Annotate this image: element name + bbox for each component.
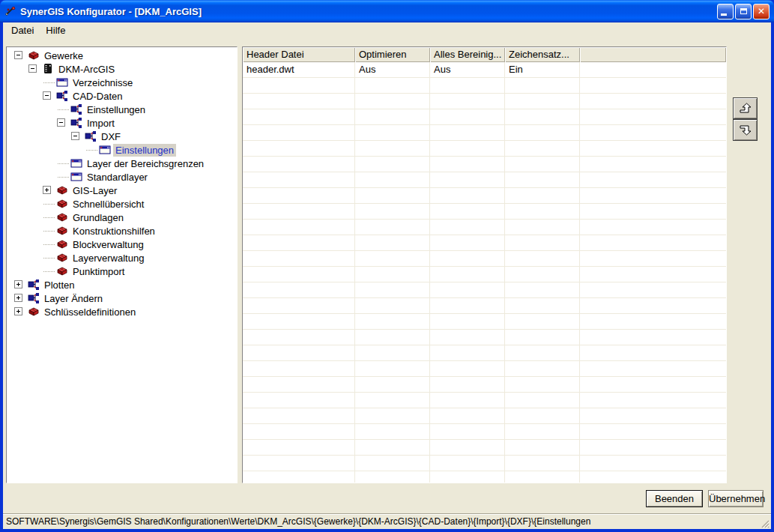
red-box-icon [56, 198, 68, 210]
column-header-alles-bereinig[interactable]: Alles Bereinig... [430, 47, 505, 62]
table-cell [580, 62, 726, 78]
tree-expander-cell[interactable] [55, 116, 70, 130]
table-empty-row [243, 345, 726, 361]
collapse-toggle-icon[interactable] [14, 51, 22, 59]
table-cell [430, 125, 505, 141]
table-cell [243, 424, 355, 440]
table-cell [505, 345, 580, 361]
tree-item-dxf[interactable]: DXF [7, 130, 237, 143]
table-cell [243, 188, 355, 204]
nodes-icon [85, 130, 97, 142]
table-cell [430, 298, 505, 314]
tree-item-label: Einstellungen [85, 103, 148, 116]
window-titlebar[interactable]: SynerGIS Konfigurator - [DKM_ArcGIS] ✕ [0, 0, 774, 22]
tree-item-einstellungen[interactable]: Einstellungen [7, 143, 237, 157]
column-header-optimieren[interactable]: Optimieren [355, 47, 430, 62]
tree-item-layerverwaltung[interactable]: Layerverwaltung [7, 251, 237, 265]
expand-toggle-icon[interactable] [43, 186, 51, 194]
tree-item-label: Gewerke [42, 49, 85, 62]
tree-item-plotten[interactable]: Plotten [7, 278, 237, 291]
red-box-icon [28, 306, 40, 318]
table-cell [355, 393, 430, 408]
tree-item-punktimport[interactable]: Punktimport [7, 265, 237, 278]
tree-expander-cell[interactable] [70, 130, 84, 143]
column-header-zeichensatz[interactable]: Zeichensatz... [505, 47, 580, 62]
expand-toggle-icon[interactable] [14, 280, 22, 288]
red-box-icon [56, 265, 68, 277]
tree-item-standardlayer[interactable]: Standardlayer [7, 170, 237, 184]
table-empty-row [243, 235, 726, 251]
tree-item-einstellungen[interactable]: Einstellungen [7, 103, 237, 116]
tree-item-blockverwaltung[interactable]: Blockverwaltung [7, 238, 237, 251]
tree-item-schlüsseldefinitionen[interactable]: Schlüsseldefinitionen [7, 305, 237, 318]
tree-expander-cell[interactable] [13, 305, 27, 318]
table-cell [580, 408, 726, 424]
collapse-toggle-icon[interactable] [71, 132, 79, 140]
bent-arrow-down-icon [738, 124, 753, 136]
table-empty-row [243, 78, 726, 94]
table-cell [580, 471, 726, 483]
resize-grip[interactable] [759, 518, 770, 528]
tree-item-dkm-arcgis[interactable]: DKM-ArcGIS [7, 62, 237, 76]
tree-item-grundlagen[interactable]: Grundlagen [7, 211, 237, 224]
tree-item-layer-der-bereichsgrenzen[interactable]: Layer der Bereichsgrenzen [7, 157, 237, 170]
tree-expander-cell[interactable] [13, 291, 27, 305]
menu-item-hilfe[interactable]: Hilfe [40, 23, 71, 38]
tree-expander-cell[interactable] [41, 89, 55, 103]
expand-toggle-icon[interactable] [14, 307, 22, 315]
table-cell [430, 267, 505, 282]
tree-item-konstruktionshilfen[interactable]: Konstruktionshilfen [7, 224, 237, 238]
table-cell [505, 361, 580, 377]
table-empty-row [243, 109, 726, 125]
beenden-button[interactable]: Beenden [646, 490, 703, 507]
expand-toggle-icon[interactable] [14, 294, 22, 302]
table-cell [430, 157, 505, 172]
tree-item-label: Punktimport [70, 265, 127, 278]
table-cell [355, 94, 430, 109]
tree-item-import[interactable]: Import [7, 116, 237, 130]
table-cell [243, 235, 355, 251]
column-header-header-datei[interactable]: Header Datei [243, 47, 355, 62]
maximize-button[interactable] [735, 4, 752, 19]
table-cell [355, 298, 430, 314]
tree-item-gis-layer[interactable]: GIS-Layer [7, 184, 237, 197]
tree-item-cad-daten[interactable]: CAD-Daten [7, 89, 237, 103]
table-cell [243, 393, 355, 408]
tree-expander-cell[interactable] [13, 49, 27, 62]
tree-expander-cell[interactable] [13, 278, 27, 291]
table-row[interactable]: header.dwtAusAusEin [243, 62, 726, 78]
tree-expander-cell[interactable] [41, 184, 55, 197]
table-cell [355, 235, 430, 251]
table-empty-row [243, 471, 726, 483]
tree-item-layer-ändern[interactable]: Layer Ändern [7, 291, 237, 305]
tree-guide-line [41, 197, 55, 211]
tree-guide-line [41, 211, 55, 224]
collapse-toggle-icon[interactable] [43, 91, 51, 100]
table-cell [430, 282, 505, 298]
collapse-toggle-icon[interactable] [57, 118, 65, 127]
move-down-button[interactable] [733, 119, 758, 141]
table-cell [355, 361, 430, 377]
tree-guide-line [84, 143, 98, 157]
close-button[interactable]: ✕ [753, 4, 770, 19]
tree-item-schnellübersicht[interactable]: Schnellübersicht [7, 197, 237, 211]
settings-table: Header DateiOptimierenAlles Bereinig...Z… [242, 46, 727, 483]
minimize-button[interactable] [717, 4, 734, 19]
table-cell [430, 172, 505, 188]
move-up-button[interactable] [733, 97, 758, 119]
tree-expander-cell[interactable] [27, 62, 41, 76]
table-cell [505, 94, 580, 109]
table-cell [355, 157, 430, 172]
uebernehmen-button[interactable]: Übernehmen [708, 490, 764, 507]
table-cell [580, 298, 726, 314]
table-cell [580, 235, 726, 251]
table-cell [355, 440, 430, 456]
collapse-toggle-icon[interactable] [28, 64, 37, 73]
table-cell [580, 220, 726, 235]
tree-item-gewerke[interactable]: Gewerke [7, 49, 237, 62]
tree-item-verzeichnisse[interactable]: Verzeichnisse [7, 76, 237, 89]
table-cell [355, 220, 430, 235]
table-cell [243, 220, 355, 235]
red-box-icon [56, 252, 68, 264]
menu-item-datei[interactable]: Datei [5, 23, 40, 38]
